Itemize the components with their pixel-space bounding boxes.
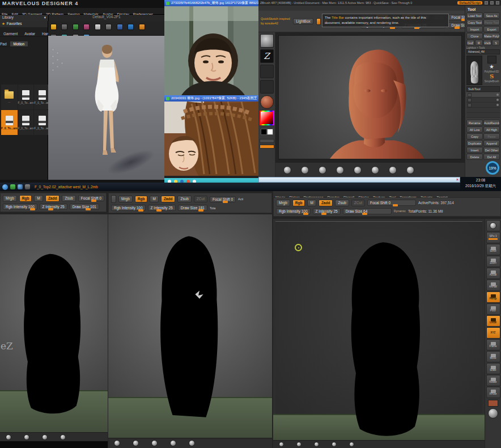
frame-button[interactable]: Frame: [486, 339, 500, 350]
make-polymesh3d-button[interactable]: Make PolyMesh3D: [483, 33, 500, 39]
select-cursor-icon[interactable]: [61, 24, 67, 30]
taskbar-app-icon-green[interactable]: [10, 184, 15, 189]
rename-button[interactable]: Rename: [466, 120, 483, 126]
zcut-button[interactable]: ZCut: [351, 200, 365, 206]
mrgb-button[interactable]: Mrgb: [3, 195, 17, 202]
rgb-button[interactable]: Rgb: [292, 200, 305, 206]
material-sphere[interactable]: [260, 95, 274, 109]
md-folder-cell[interactable]: ...: [1, 84, 18, 109]
md-library-item[interactable]: Avatar: [21, 31, 39, 37]
import-button[interactable]: Import: [466, 26, 483, 32]
photo1-title-bar[interactable]: 273335f7b4f16682f2b47b_最终.jpg 1613*1720像…: [164, 0, 258, 6]
subtool-header[interactable]: SubTool: [466, 86, 500, 92]
md-file-cell[interactable]: F_0_To...am: [18, 110, 34, 135]
paste-tool-button[interactable]: Paste Tool: [483, 19, 500, 26]
zadd-button[interactable]: Zadd: [319, 200, 333, 206]
rgb-intensity-slider[interactable]: Rgb Intensity 100: [276, 208, 311, 214]
zbrush-title-bar[interactable]: ZBrush 4R7 [4096MB] - Untitled Document …: [258, 0, 501, 6]
right-viewport[interactable]: [273, 219, 485, 448]
autoreorder-button[interactable]: AutoReorder: [483, 120, 500, 126]
aahalf-button[interactable]: AAHalf: [486, 280, 500, 291]
md-3d-viewport[interactable]: [48, 36, 164, 180]
rgb-button[interactable]: Rgb: [135, 196, 148, 202]
pause-sim-icon[interactable]: [128, 24, 134, 30]
zoom-button[interactable]: Zoom: [486, 256, 500, 267]
zbrush-document[interactable]: [278, 35, 462, 159]
polymesh3d-star-icon[interactable]: ★: [489, 64, 494, 70]
save-as-button[interactable]: Save As: [483, 12, 500, 19]
zadd-button[interactable]: Zadd: [161, 196, 176, 202]
local-button[interactable]: Local: [486, 315, 500, 327]
taskbar-app-icon-blue[interactable]: [18, 184, 23, 189]
material-thumbnail[interactable]: [371, 166, 379, 174]
background-window-edge[interactable]: ×: [258, 177, 460, 183]
avatar-edit-icon[interactable]: [73, 24, 79, 30]
bpr-button[interactable]: [486, 220, 500, 231]
taskbar-clock[interactable]: 23:08 2016/10/29 星期六: [460, 177, 501, 191]
material-thumbnail[interactable]: [319, 166, 326, 174]
mrgb-button[interactable]: Mrgb: [276, 200, 290, 206]
spix-slider[interactable]: SPix 3: [486, 232, 500, 243]
rgb-intensity-slider[interactable]: Rgb Intensity 100: [3, 204, 37, 210]
duplicate-button[interactable]: Duplicate: [466, 140, 483, 146]
rgb-intensity-slider[interactable]: Rgb Intensity 100: [111, 205, 146, 211]
brush-thumbnail[interactable]: [114, 440, 120, 446]
paste-subtool-button[interactable]: Paste: [483, 133, 500, 140]
z-intensity-slider[interactable]: Z Intensity 25: [313, 208, 341, 214]
middle-viewport[interactable]: [108, 214, 272, 438]
left-viewport[interactable]: eZ: [0, 214, 108, 432]
taskbar-app-icon-grey[interactable]: [25, 184, 30, 189]
taskbar-file-label[interactable]: F_0_Top2.02_attactive west_M_L.2mb: [35, 185, 98, 189]
clone-button[interactable]: Clone: [466, 33, 483, 39]
brush-thumbnail[interactable]: [332, 442, 337, 447]
current-brush-icon[interactable]: [260, 34, 274, 48]
brush-thumbnail[interactable]: [189, 440, 195, 446]
subtool-row[interactable]: [466, 108, 500, 113]
xyz-button[interactable]: XYZ: [486, 327, 500, 339]
focal-shift-slider[interactable]: Focal Shift 0: [78, 195, 104, 201]
brush-thumbnail[interactable]: [133, 440, 139, 446]
md-favorites-header[interactable]: ★Favorites: [0, 21, 48, 27]
m-button[interactable]: M: [34, 195, 43, 202]
interactive-light-button[interactable]: [260, 145, 274, 149]
clay-color-swatch[interactable]: [488, 400, 498, 407]
del-all-button[interactable]: Del All: [483, 154, 500, 160]
stroke-type-icon[interactable]: Z: [260, 49, 274, 63]
focal-shift-slider[interactable]: Focal Shift 0: [210, 196, 236, 202]
md-library-header[interactable]: Library▾: [0, 15, 48, 21]
subtool-row-selected[interactable]: [466, 92, 500, 98]
material-thumbnail[interactable]: [406, 166, 414, 174]
xpose-button[interactable]: XPose: [486, 387, 500, 398]
append-button[interactable]: Append: [483, 140, 500, 146]
rotate-button[interactable]: Rotate: [486, 375, 500, 386]
z-intensity-slider[interactable]: Z Intensity 25: [148, 205, 176, 211]
secondary-color-swatch[interactable]: [267, 129, 273, 135]
pose-icon[interactable]: [83, 24, 90, 30]
pause-layout-icon[interactable]: [111, 195, 116, 203]
subtool-row[interactable]: [466, 103, 500, 108]
copy-tool-button[interactable]: Copy Tool: [466, 19, 483, 26]
md-file-cell-selected[interactable]: F_0_To...am: [1, 110, 18, 135]
m-button[interactable]: M: [307, 200, 316, 206]
zbrush-canvas[interactable]: [275, 32, 465, 162]
focal-shift-slider[interactable]: Focal Shift 0: [367, 200, 416, 206]
zsub-button[interactable]: Zsub: [177, 196, 191, 202]
actual-button[interactable]: Actual: [486, 268, 500, 279]
all-high-button[interactable]: All High: [483, 126, 500, 133]
alpha-slot[interactable]: [260, 65, 274, 78]
brush-thumbnail[interactable]: [6, 434, 11, 440]
lightbox-button[interactable]: LightBox: [293, 18, 313, 25]
md-library-item[interactable]: Motion: [10, 41, 28, 47]
goz-r-button[interactable]: R: [475, 40, 483, 46]
import-icon[interactable]: [50, 24, 57, 30]
scroll-button[interactable]: Scroll: [486, 244, 500, 255]
subtool-row[interactable]: [466, 98, 500, 103]
material-sphere[interactable]: [488, 408, 498, 419]
brush-thumbnail[interactable]: [296, 442, 302, 447]
brush-thumbnail[interactable]: [314, 442, 319, 447]
close-icon[interactable]: [496, 1, 499, 5]
simplebrush-icon[interactable]: S: [490, 74, 494, 79]
zcut-button[interactable]: ZCut: [194, 196, 207, 202]
brush-thumbnail[interactable]: [349, 442, 354, 447]
brush-thumbnail[interactable]: [24, 434, 29, 440]
